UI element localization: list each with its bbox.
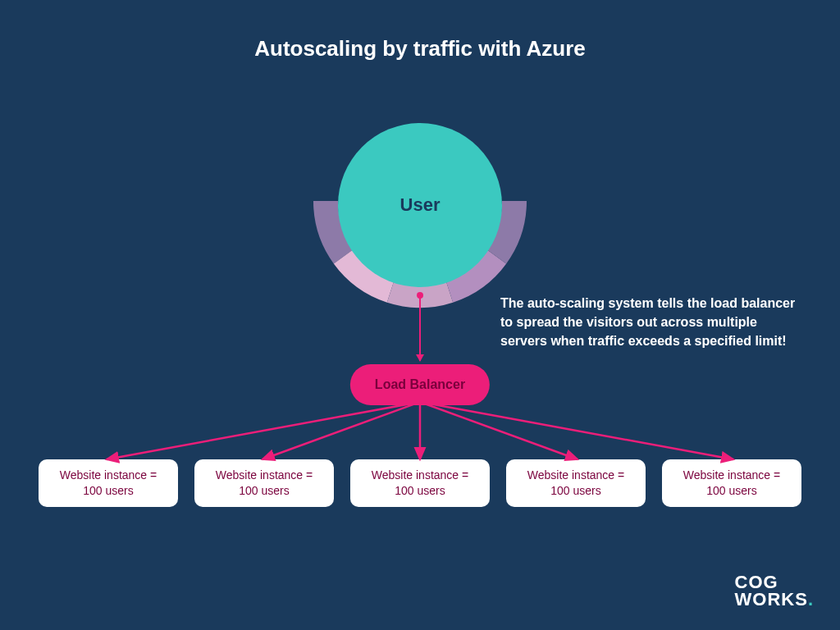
logo-dot-icon: . [808,589,814,609]
diagram-title: Autoscaling by traffic with Azure [0,36,840,62]
load-balancer-label: Load Balancer [375,377,465,391]
svg-line-3 [420,402,578,459]
explanation-text: The auto-scaling system tells the load b… [500,294,796,351]
user-label: User [400,194,441,216]
brand-logo: COG WORKS. [735,574,814,609]
svg-line-4 [420,402,733,459]
load-balancer-node: Load Balancer [350,364,490,405]
connector-user-to-lb [419,295,421,361]
logo-line2: WORKS [735,589,808,609]
user-circle: User [338,123,502,287]
svg-line-0 [107,402,420,459]
svg-line-1 [262,402,420,459]
